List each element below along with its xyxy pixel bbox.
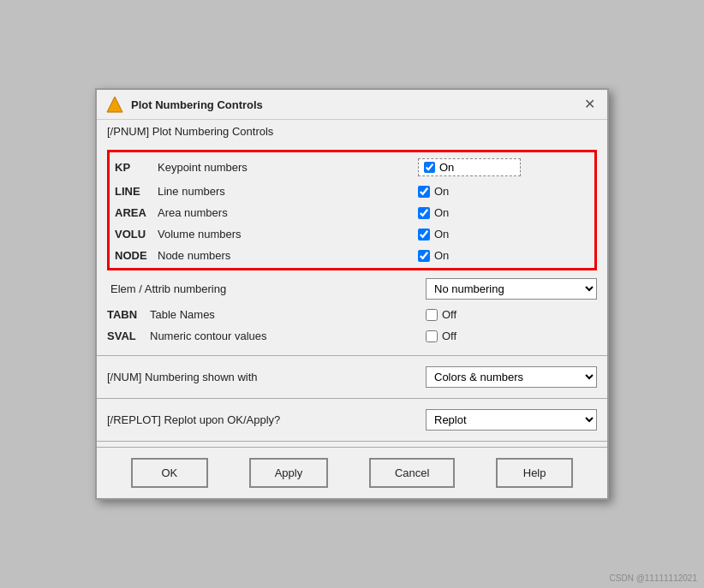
tabn-value: Off: [442, 308, 456, 321]
node-row: NODE Node numbers On: [115, 245, 589, 266]
sval-checkbox-label[interactable]: Off: [426, 330, 456, 342]
tabn-row: TABN Table Names Off: [107, 304, 597, 325]
volu-desc: Volume numbers: [158, 228, 242, 241]
area-checkbox[interactable]: [418, 207, 430, 219]
tabn-checkbox-label[interactable]: Off: [426, 308, 456, 321]
tabn-checkbox[interactable]: [426, 309, 438, 321]
title-bar-left: Plot Numbering Controls: [105, 95, 263, 114]
form-area: KP Keypoint numbers On LINE Line numb: [97, 143, 607, 350]
apply-button[interactable]: Apply: [249, 458, 329, 488]
sval-desc: Numeric contour values: [150, 330, 267, 342]
highlighted-section: KP Keypoint numbers On LINE Line numb: [107, 150, 597, 270]
kp-value: On: [439, 161, 454, 174]
line-row: LINE Line numbers On: [115, 181, 589, 202]
watermark: CSDN @11111112021: [610, 573, 697, 583]
kp-checkbox[interactable]: [424, 162, 435, 173]
area-checkbox-label[interactable]: On: [418, 206, 449, 219]
line-control: On: [418, 185, 589, 198]
area-row: AREA Area numbers On: [115, 202, 589, 223]
node-desc: Node numbers: [158, 249, 230, 262]
node-code: NODE: [115, 249, 158, 262]
num-section: [/NUM] Numbering shown with Colors & num…: [97, 361, 607, 393]
line-desc: Line numbers: [158, 185, 225, 198]
volu-code: VOLU: [115, 228, 158, 241]
tabn-desc: Table Names: [150, 308, 215, 321]
node-checkbox-label[interactable]: On: [418, 249, 449, 262]
elem-dropdown-control: No numbering Elem numbers Attrib numbers: [426, 278, 597, 300]
sval-row: SVAL Numeric contour values Off: [107, 325, 597, 347]
area-value: On: [434, 206, 449, 219]
replot-label: [/REPLOT] Replot upon OK/Apply?: [107, 413, 426, 426]
line-code: LINE: [115, 185, 158, 198]
close-button[interactable]: ✕: [581, 98, 599, 111]
kp-desc: Keypoint numbers: [158, 161, 248, 174]
elem-label: Elem / Attrib numbering: [107, 282, 426, 295]
sval-value: Off: [442, 330, 456, 342]
num-dropdown[interactable]: Colors & numbers Colors only Numbers onl…: [426, 366, 597, 388]
kp-code: KP: [115, 161, 158, 174]
num-label: [/NUM] Numbering shown with: [107, 371, 426, 383]
help-button[interactable]: Help: [496, 458, 573, 488]
elem-row: Elem / Attrib numbering No numbering Ele…: [107, 274, 597, 304]
tabn-control: Off: [426, 308, 597, 321]
dialog-content: [/PNUM] Plot Numbering Controls KP Keypo…: [97, 120, 607, 442]
line-value: On: [434, 185, 449, 198]
divider-3: [97, 441, 607, 442]
area-desc: Area numbers: [158, 206, 228, 219]
replot-dropdown[interactable]: Replot Do not replot: [426, 409, 597, 431]
tabn-code: TABN: [107, 308, 150, 321]
volu-checkbox-label[interactable]: On: [418, 228, 449, 241]
kp-highlight-box: On: [418, 158, 521, 176]
kp-row: KP Keypoint numbers On: [115, 154, 589, 181]
volu-control: On: [418, 228, 589, 241]
ansys-logo-icon: [105, 95, 124, 114]
replot-section: [/REPLOT] Replot upon OK/Apply? Replot D…: [97, 404, 607, 436]
area-control: On: [418, 206, 589, 219]
dialog-title: Plot Numbering Controls: [131, 98, 263, 111]
elem-dropdown[interactable]: No numbering Elem numbers Attrib numbers: [426, 278, 597, 300]
volu-row: VOLU Volume numbers On: [115, 223, 589, 245]
sval-control: Off: [426, 330, 597, 342]
svg-marker-0: [107, 97, 122, 112]
area-code: AREA: [115, 206, 158, 219]
volu-checkbox[interactable]: [418, 229, 430, 241]
plot-numbering-dialog: Plot Numbering Controls ✕ [/PNUM] Plot N…: [95, 88, 609, 500]
cancel-button[interactable]: Cancel: [369, 458, 455, 488]
node-control: On: [418, 249, 589, 262]
divider-2: [97, 398, 607, 399]
volu-value: On: [434, 228, 449, 241]
divider-1: [97, 355, 607, 356]
sval-code: SVAL: [107, 330, 150, 342]
line-checkbox[interactable]: [418, 186, 430, 198]
title-bar: Plot Numbering Controls ✕: [97, 90, 607, 120]
line-checkbox-label[interactable]: On: [418, 185, 449, 198]
button-row: OK Apply Cancel Help: [97, 447, 607, 498]
kp-control: On: [418, 158, 589, 176]
node-checkbox[interactable]: [418, 250, 430, 262]
sval-checkbox[interactable]: [426, 330, 438, 342]
ok-button[interactable]: OK: [131, 458, 208, 488]
node-value: On: [434, 249, 449, 262]
pnum-header: [/PNUM] Plot Numbering Controls: [97, 120, 607, 143]
